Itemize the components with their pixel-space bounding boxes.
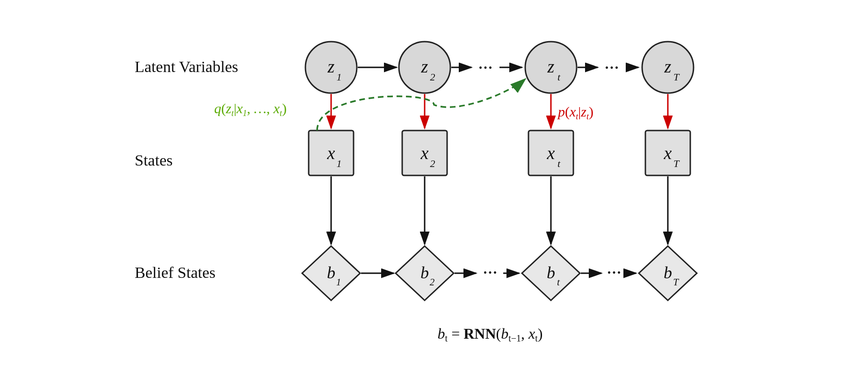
bt-label: b — [547, 263, 555, 282]
diagram-container: Latent Variables States Belief States z … — [0, 0, 868, 378]
z2-label: z — [421, 57, 428, 76]
xT-label: x — [664, 143, 672, 163]
dots-zt-zT: ··· — [604, 57, 619, 79]
zt-label: z — [547, 57, 555, 76]
x2-label: x — [420, 143, 429, 163]
xt-label: x — [547, 143, 555, 163]
dots-z2-zt: ··· — [478, 57, 493, 79]
x2-subscript: 2 — [430, 158, 435, 169]
z2-subscript: 2 — [430, 71, 435, 83]
belief-states-label: Belief States — [135, 264, 216, 281]
z1-subscript: 1 — [337, 71, 342, 83]
b2-label: b — [420, 263, 429, 282]
xT-subscript: T — [673, 158, 680, 169]
zT-subscript: T — [673, 71, 680, 83]
states-label: States — [135, 152, 173, 169]
latent-variables-label: Latent Variables — [135, 58, 238, 75]
b2-subscript: 2 — [430, 276, 435, 288]
rnn-formula-label: bt = RNN(bt−1, xt) — [438, 325, 543, 343]
b1-subscript: 1 — [336, 276, 341, 288]
x1-label: x — [327, 143, 335, 163]
q-formula-label: q(zt|x1, …, xt) — [214, 101, 287, 118]
xt-subscript: t — [557, 158, 561, 169]
b1-label: b — [327, 263, 335, 282]
dots-bt-bT: ··· — [607, 262, 622, 284]
bT-label: b — [664, 263, 672, 282]
bT-subscript: T — [673, 276, 679, 288]
p-formula-label: p(xt|zt) — [557, 104, 593, 121]
main-diagram: Latent Variables States Belief States z … — [107, 11, 761, 367]
zT-label: z — [664, 57, 672, 76]
zt-subscript: t — [557, 71, 561, 83]
z1-label: z — [327, 57, 335, 76]
x1-subscript: 1 — [337, 158, 342, 169]
dots-b2-bt: ··· — [483, 262, 498, 284]
